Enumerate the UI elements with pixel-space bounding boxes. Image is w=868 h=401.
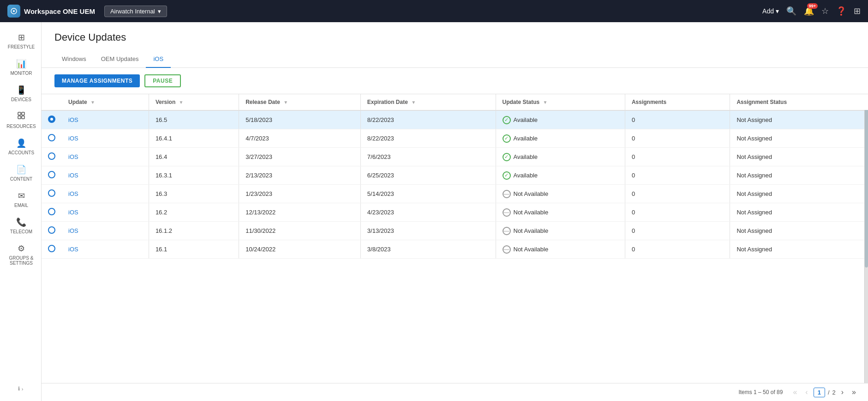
table-container[interactable]: Update ▼ Version ▼ Release Date ▼ Expira… [42, 94, 868, 383]
svg-point-1 [13, 10, 15, 12]
manage-assignments-button[interactable]: MANAGE ASSIGNMENTS [54, 74, 140, 87]
expiration-date-cell: 6/25/2023 [360, 166, 496, 185]
col-version[interactable]: Version ▼ [149, 94, 239, 110]
update-link[interactable]: iOS [68, 153, 78, 160]
sidebar-item-devices[interactable]: 📱 DEVICES [0, 80, 41, 107]
sidebar-item-telecom[interactable]: 📞 TELECOM [0, 213, 41, 239]
groups-icon: ⚙ [18, 243, 25, 254]
table-row[interactable]: iOS16.4.14/7/20238/22/2023✓Available0Not… [42, 129, 868, 148]
sidebar-item-freestyle[interactable]: ⊞ FREESTYLE [0, 28, 41, 54]
row-select-cell[interactable] [42, 110, 62, 129]
update-link[interactable]: iOS [68, 172, 78, 179]
org-selector[interactable]: Airwatch Internal ▾ [104, 6, 167, 17]
search-button[interactable]: 🔍 [786, 6, 796, 16]
sidebar-info-expand[interactable]: ℹ › [14, 382, 27, 395]
page-separator: / [828, 389, 830, 396]
sidebar-item-label: TELECOM [10, 229, 32, 234]
last-page-button[interactable]: » [849, 387, 859, 397]
apps-menu-button[interactable]: ⊞ [854, 6, 861, 16]
radio-button[interactable] [48, 134, 55, 141]
table-row[interactable]: iOS16.3.12/13/20236/25/2023✓Available0No… [42, 166, 868, 185]
tab-oem-updates[interactable]: OEM Updates [94, 51, 146, 68]
row-select-cell[interactable] [42, 166, 62, 185]
release-date-cell: 5/18/2023 [239, 110, 361, 129]
radio-button[interactable] [48, 226, 55, 234]
row-select-cell[interactable] [42, 185, 62, 203]
page-header: Device Updates [42, 22, 868, 51]
radio-button[interactable] [48, 245, 55, 252]
version-cell: 16.2 [149, 203, 239, 222]
sidebar-item-label: RESOURCES [6, 124, 36, 129]
status-unavailable-icon: — [503, 227, 511, 235]
status-text: Available [514, 116, 538, 123]
radio-button[interactable] [48, 189, 55, 197]
notifications-button[interactable]: 🔔 99+ [804, 6, 814, 16]
status-unavailable-icon: — [503, 245, 511, 254]
pause-button[interactable]: PAUSE [144, 74, 181, 87]
current-page[interactable]: 1 [814, 388, 825, 397]
status-cell: ✓Available [496, 129, 625, 148]
status-text: Available [514, 172, 538, 179]
table-row[interactable]: iOS16.110/24/20223/8/2023—Not Available0… [42, 240, 868, 259]
col-release-date[interactable]: Release Date ▼ [239, 94, 361, 110]
table-row[interactable]: iOS16.212/13/20224/23/2023—Not Available… [42, 203, 868, 222]
radio-button[interactable] [48, 152, 55, 160]
radio-button[interactable] [48, 208, 55, 215]
updates-table: Update ▼ Version ▼ Release Date ▼ Expira… [42, 94, 868, 259]
svg-rect-3 [22, 112, 24, 115]
status-available-icon: ✓ [503, 153, 511, 161]
assignments-cell: 0 [625, 129, 730, 148]
status-badge: ✓Available [503, 171, 618, 180]
row-select-cell[interactable] [42, 203, 62, 222]
notification-badge: 99+ [807, 3, 818, 9]
add-button[interactable]: Add ▾ [762, 7, 779, 15]
col-update-status[interactable]: Update Status ▼ [496, 94, 625, 110]
content-area: Device Updates Windows OEM Updates iOS M… [42, 22, 868, 401]
tab-windows[interactable]: Windows [54, 51, 94, 68]
table-row[interactable]: iOS16.31/23/20235/14/2023—Not Available0… [42, 185, 868, 203]
update-link[interactable]: iOS [68, 135, 78, 142]
update-link[interactable]: iOS [68, 209, 78, 216]
prev-page-button[interactable]: ‹ [802, 387, 810, 397]
sidebar-item-email[interactable]: ✉ EMAIL [0, 186, 41, 213]
sidebar-item-monitor[interactable]: 📊 MONITOR [0, 54, 41, 80]
radio-button[interactable] [48, 171, 55, 178]
table-row[interactable]: iOS16.55/18/20238/22/2023✓Available0Not … [42, 110, 868, 129]
assignments-cell: 0 [625, 222, 730, 240]
next-page-button[interactable]: › [838, 387, 846, 397]
sidebar-item-groups[interactable]: ⚙ GROUPS & SETTINGS [0, 239, 41, 270]
update-link[interactable]: iOS [68, 246, 78, 253]
scrollbar-thumb[interactable] [865, 94, 868, 267]
search-icon: 🔍 [786, 6, 796, 16]
update-link[interactable]: iOS [68, 190, 78, 197]
update-link[interactable]: iOS [68, 116, 78, 123]
status-badge: ✓Available [503, 116, 618, 124]
favorites-button[interactable]: ☆ [821, 6, 829, 16]
sidebar-item-resources[interactable]: RESOURCES [0, 107, 41, 134]
telecom-icon: 📞 [16, 217, 26, 227]
status-cell: ✓Available [496, 110, 625, 129]
expiration-date-cell: 5/14/2023 [360, 185, 496, 203]
table-header-row: Update ▼ Version ▼ Release Date ▼ Expira… [42, 94, 868, 110]
status-badge: —Not Available [503, 190, 618, 198]
first-page-button[interactable]: « [790, 387, 800, 397]
table-row[interactable]: iOS16.43/27/20237/6/2023✓Available0Not A… [42, 148, 868, 166]
tab-ios[interactable]: iOS [146, 51, 171, 68]
row-select-cell[interactable] [42, 240, 62, 259]
logo-icon [7, 5, 20, 18]
help-button[interactable]: ❓ [836, 6, 846, 16]
table-row[interactable]: iOS16.1.211/30/20223/13/2023—Not Availab… [42, 222, 868, 240]
row-select-cell[interactable] [42, 222, 62, 240]
scrollbar-track[interactable] [864, 94, 868, 383]
update-link[interactable]: iOS [68, 227, 78, 234]
row-select-cell[interactable] [42, 148, 62, 166]
radio-button[interactable] [48, 115, 55, 123]
sidebar-item-accounts[interactable]: 👤 ACCOUNTS [0, 134, 41, 160]
update-cell: iOS [62, 203, 149, 222]
assignments-cell: 0 [625, 110, 730, 129]
row-select-cell[interactable] [42, 129, 62, 148]
col-expiration-date[interactable]: Expiration Date ▼ [360, 94, 496, 110]
sidebar-item-content[interactable]: 📄 CONTENT [0, 160, 41, 186]
col-update[interactable]: Update ▼ [62, 94, 149, 110]
col-assignment-status: Assignment Status [730, 94, 868, 110]
